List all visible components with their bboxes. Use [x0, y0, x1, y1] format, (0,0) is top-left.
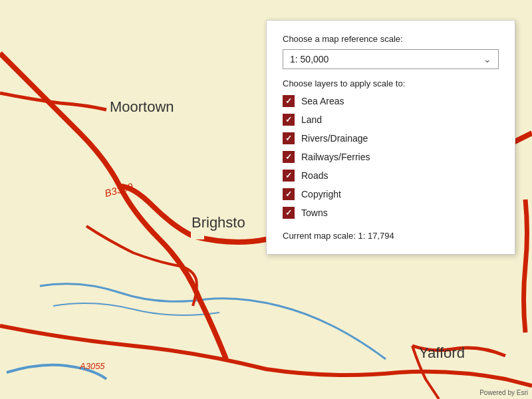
layer-name-rivers: Rivers/Drainage — [301, 133, 368, 144]
layer-item-rivers: Rivers/Drainage — [283, 132, 499, 144]
scale-value: 1: 50,000 — [290, 54, 329, 65]
settings-panel: Choose a map reference scale: 1: 50,000 … — [266, 20, 515, 255]
layers-label: Choose layers to apply scale to: — [283, 78, 499, 88]
current-scale-label: Current map scale: — [283, 231, 356, 241]
layer-item-sea-areas: Sea Areas — [283, 95, 499, 107]
layer-name-copyright: Copyright — [301, 189, 341, 200]
powered-by-text: Powered by Esri — [479, 389, 528, 396]
layer-name-sea-areas: Sea Areas — [301, 96, 344, 106]
current-scale: Current map scale: 1: 17,794 — [283, 225, 499, 241]
checkbox-railways[interactable] — [283, 151, 295, 163]
checkbox-roads[interactable] — [283, 170, 295, 182]
layer-item-land: Land — [283, 114, 499, 126]
scale-label: Choose a map reference scale: — [283, 34, 499, 44]
checkbox-towns[interactable] — [283, 207, 295, 219]
svg-text:Yafford: Yafford — [419, 344, 465, 361]
checkbox-copyright[interactable] — [283, 188, 295, 200]
layer-item-copyright: Copyright — [283, 188, 499, 200]
scale-dropdown[interactable]: 1: 50,000 ⌄ — [283, 49, 499, 69]
current-scale-value: 1: 17,794 — [358, 231, 394, 241]
svg-rect-0 — [191, 231, 204, 239]
layer-item-railways: Railways/Ferries — [283, 151, 499, 163]
checkbox-land[interactable] — [283, 114, 295, 126]
layer-name-roads: Roads — [301, 170, 328, 181]
checkbox-rivers[interactable] — [283, 132, 295, 144]
svg-text:A3055: A3055 — [79, 361, 105, 371]
chevron-down-icon: ⌄ — [483, 54, 491, 65]
layer-name-railways: Railways/Ferries — [301, 152, 370, 162]
layer-item-towns: Towns — [283, 207, 499, 219]
layer-item-roads: Roads — [283, 170, 499, 182]
svg-text:B3399: B3399 — [103, 180, 134, 199]
svg-text:Brighsto: Brighsto — [192, 214, 245, 231]
checkbox-sea-areas[interactable] — [283, 95, 295, 107]
layer-name-land: Land — [301, 114, 322, 125]
svg-text:Moortown: Moortown — [110, 98, 174, 115]
layer-name-towns: Towns — [301, 207, 328, 218]
